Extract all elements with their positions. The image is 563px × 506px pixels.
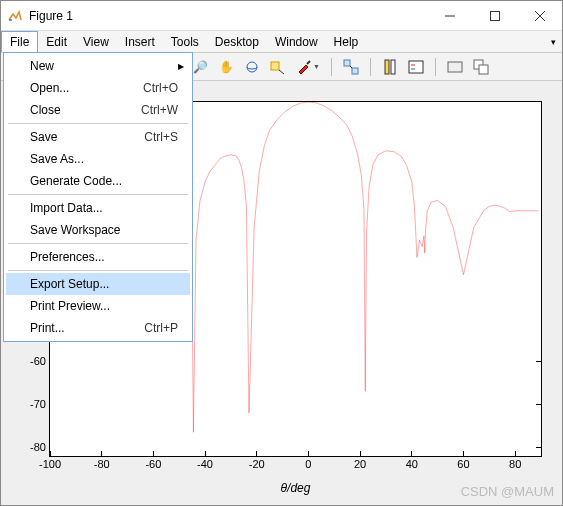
menu-item-save[interactable]: SaveCtrl+S <box>6 126 190 148</box>
menu-window[interactable]: Window <box>267 31 326 52</box>
menu-item-preferences[interactable]: Preferences... <box>6 246 190 268</box>
svg-rect-8 <box>344 60 350 66</box>
y-tick-label: -80 <box>30 441 50 453</box>
menu-item-new[interactable]: New▶ <box>6 55 190 77</box>
legend-icon[interactable] <box>405 56 427 78</box>
menu-edit[interactable]: Edit <box>38 31 75 52</box>
pan-icon[interactable]: ✋ <box>215 56 237 78</box>
title-bar: Figure 1 <box>1 1 562 31</box>
submenu-arrow-icon: ▶ <box>178 62 190 71</box>
hide-tools-icon[interactable] <box>444 56 466 78</box>
menu-item-export-setup[interactable]: Export Setup... <box>6 273 190 295</box>
menu-item-open[interactable]: Open...Ctrl+O <box>6 77 190 99</box>
menu-item-close[interactable]: CloseCtrl+W <box>6 99 190 121</box>
data-cursor-icon[interactable] <box>267 56 289 78</box>
x-tick-label: 0 <box>305 456 311 470</box>
svg-rect-1 <box>490 11 499 20</box>
svg-rect-13 <box>409 61 423 73</box>
maximize-button[interactable] <box>472 1 517 31</box>
svg-line-7 <box>307 61 310 64</box>
menu-item-print-preview[interactable]: Print Preview... <box>6 295 190 317</box>
svg-rect-5 <box>271 62 279 70</box>
x-tick-label: 20 <box>354 456 366 470</box>
x-tick-label: -80 <box>94 456 110 470</box>
matlab-logo-icon <box>7 8 23 24</box>
menu-bar: FileEditViewInsertToolsDesktopWindowHelp… <box>1 31 562 53</box>
x-tick-label: -60 <box>145 456 161 470</box>
svg-rect-16 <box>448 62 462 72</box>
window-controls <box>427 1 562 31</box>
svg-point-4 <box>247 62 257 72</box>
rotate-3d-icon[interactable] <box>241 56 263 78</box>
y-tick-label: -60 <box>30 355 50 367</box>
link-icon[interactable] <box>340 56 362 78</box>
window-title: Figure 1 <box>29 9 427 23</box>
menu-desktop[interactable]: Desktop <box>207 31 267 52</box>
menu-item-import-data[interactable]: Import Data... <box>6 197 190 219</box>
x-tick-label: -40 <box>197 456 213 470</box>
menu-file[interactable]: File <box>1 31 38 52</box>
menu-tools[interactable]: Tools <box>163 31 207 52</box>
x-tick-label: -20 <box>249 456 265 470</box>
svg-line-10 <box>350 66 352 68</box>
svg-rect-9 <box>352 68 358 74</box>
minimize-button[interactable] <box>427 1 472 31</box>
menu-item-save-as[interactable]: Save As... <box>6 148 190 170</box>
file-dropdown-menu: New▶Open...Ctrl+OCloseCtrl+WSaveCtrl+SSa… <box>3 52 193 342</box>
watermark: CSDN @MAUM <box>461 484 554 499</box>
x-tick-label: 80 <box>509 456 521 470</box>
x-tick-label: 60 <box>457 456 469 470</box>
menu-chevron-icon[interactable]: ▾ <box>545 31 562 52</box>
menu-item-save-workspace[interactable]: Save Workspace <box>6 219 190 241</box>
menu-help[interactable]: Help <box>326 31 367 52</box>
menu-item-generate-code[interactable]: Generate Code... <box>6 170 190 192</box>
colorbar-icon[interactable] <box>379 56 401 78</box>
svg-rect-12 <box>391 60 395 74</box>
menu-view[interactable]: View <box>75 31 117 52</box>
svg-rect-11 <box>385 60 389 74</box>
x-tick-label: 40 <box>406 456 418 470</box>
close-button[interactable] <box>517 1 562 31</box>
y-tick-label: -70 <box>30 398 50 410</box>
brush-icon[interactable]: ▼ <box>293 56 323 78</box>
menu-item-print[interactable]: Print...Ctrl+P <box>6 317 190 339</box>
svg-line-6 <box>279 70 284 74</box>
x-tick-label: -100 <box>39 456 61 470</box>
dock-icon[interactable] <box>470 56 492 78</box>
svg-rect-18 <box>479 65 488 74</box>
menu-insert[interactable]: Insert <box>117 31 163 52</box>
